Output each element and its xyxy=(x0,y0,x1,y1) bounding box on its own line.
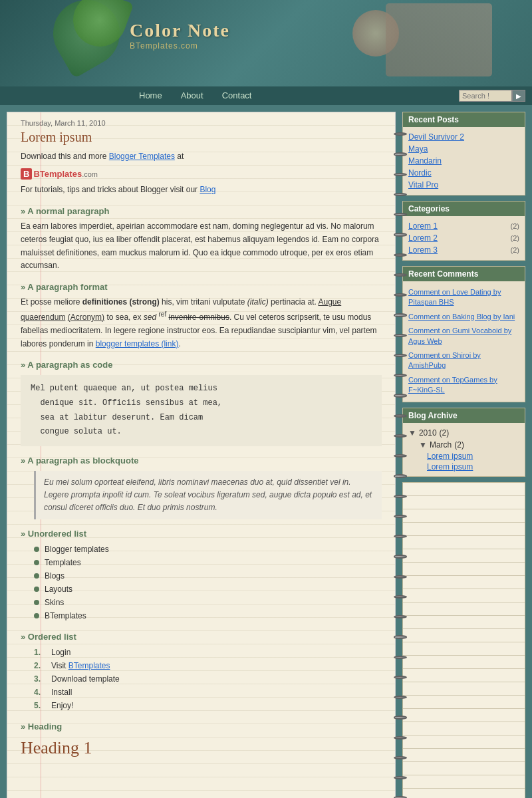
pf-text3: pertinacia at. xyxy=(269,297,319,307)
ring xyxy=(394,173,407,176)
archive-month[interactable]: ▼ March (2) xyxy=(408,439,519,451)
ring xyxy=(394,293,407,297)
ordered-heading: » Ordered list xyxy=(21,632,382,642)
ring xyxy=(394,354,407,357)
pf-sed: sed xyxy=(144,313,156,322)
ring xyxy=(394,756,407,759)
archive-year-label: 2010 xyxy=(419,428,437,438)
ring xyxy=(394,132,407,136)
main-content-notebook: Thursday, March 11, 2010 Lorem ipsum Dow… xyxy=(7,112,396,798)
ring xyxy=(394,696,407,699)
category-link[interactable]: Lorem 1 xyxy=(408,221,438,231)
right-sidebar: Recent Posts Devil Survivor 2 Maya Manda… xyxy=(402,112,525,798)
pf-strike: invenire-omnibus xyxy=(169,313,229,322)
chevron-down-icon: ▼ xyxy=(419,440,427,450)
blog-link[interactable]: Blog xyxy=(200,185,215,194)
site-title: Color Note xyxy=(130,20,230,41)
blockquote-text: Eu mei solum oporteat eleifend, libris n… xyxy=(34,471,382,520)
archive-post-link[interactable]: Lorem ipsum xyxy=(408,451,519,462)
comment-item[interactable]: Comment on Shiroi by AmishPubg xyxy=(408,348,519,373)
category-item: Lorem 3 (2) xyxy=(408,244,519,256)
ring xyxy=(394,374,407,377)
ring xyxy=(394,635,407,638)
nav-home[interactable]: Home xyxy=(130,86,172,105)
ring xyxy=(394,615,407,618)
nav-contact[interactable]: Contact xyxy=(213,86,261,105)
categories-widget: Categories Lorem 1 (2) Lorem 2 (2) Lorem… xyxy=(402,201,525,261)
post-intro: Download this and more Blogger Templates… xyxy=(21,150,382,163)
search-button[interactable]: ▶ xyxy=(512,90,525,102)
list-item: BTemplates xyxy=(34,609,382,622)
pf-italic: (italic) xyxy=(247,297,269,307)
ring xyxy=(394,313,407,317)
site-header: Color Note BTemplates.com xyxy=(0,0,532,86)
ring xyxy=(394,676,407,679)
recent-comments-widget: Recent Comments Comment on Love Dating b… xyxy=(402,266,525,402)
recent-post-item[interactable]: Maya xyxy=(408,143,519,155)
category-link[interactable]: Lorem 3 xyxy=(408,245,438,255)
nav-about[interactable]: About xyxy=(172,86,213,105)
normal-para-text: Ea earn labores imperdiet, apeirian acco… xyxy=(21,220,382,273)
recent-posts-widget: Recent Posts Devil Survivor 2 Maya Manda… xyxy=(402,112,525,196)
pf-acronym: (Acronym) xyxy=(68,313,104,322)
btemplates-com-text: .com xyxy=(82,170,98,178)
unordered-list: Blogger templates Templates Blogs Layout… xyxy=(34,543,382,622)
category-item: Lorem 1 (2) xyxy=(408,220,519,232)
comment-item[interactable]: Comment on Love Dating by Pitaspan BHS xyxy=(408,285,519,310)
para-format-body: Et posse meliore definitiones (strong) h… xyxy=(21,296,382,350)
blockquote-heading: » A paragraph as blockquote xyxy=(21,456,382,466)
pf-text7: . xyxy=(178,339,180,348)
recent-post-item[interactable]: Nordic xyxy=(408,167,519,179)
ring xyxy=(394,776,407,779)
pf-text1: Et posse meliore xyxy=(21,297,82,307)
pf-text2: his, vim tritani vulputate xyxy=(160,297,247,307)
pf-link[interactable]: blogger templates (link) xyxy=(96,339,179,348)
btemplates-b: B xyxy=(21,168,32,180)
archive-year[interactable]: ▼ 2010 (2) xyxy=(408,427,519,439)
heading-1: Heading 1 xyxy=(21,738,382,758)
ring xyxy=(394,495,407,498)
blog-archive-title: Blog Archive xyxy=(403,408,525,423)
ring xyxy=(394,656,407,659)
recent-post-item[interactable]: Vital Pro xyxy=(408,179,519,191)
ordered-item: Enjoy! xyxy=(34,699,382,712)
notebook-decoration-right xyxy=(386,3,492,76)
ring xyxy=(394,213,407,216)
ring xyxy=(394,394,407,397)
ring xyxy=(394,454,407,458)
comment-item[interactable]: Comment on Baking Blog by Iani xyxy=(408,310,519,324)
btemplates-text: BTemplates xyxy=(33,169,82,179)
recent-posts-content: Devil Survivor 2 Maya Mandarin Nordic Vi… xyxy=(403,127,525,195)
search-input[interactable] xyxy=(459,90,512,102)
category-count: (2) xyxy=(511,234,519,242)
archive-month-label: March xyxy=(430,440,452,450)
comment-item[interactable]: Comment on Gumi Vocaboid by Agus Web xyxy=(408,324,519,348)
at-text: at xyxy=(177,152,184,161)
for-tutorials-text: For tutorials, tips and tricks about Blo… xyxy=(21,185,200,194)
recent-post-item[interactable]: Mandarin xyxy=(408,155,519,167)
comment-item[interactable]: Comment on TopGames by F~KinG-SL xyxy=(408,373,519,398)
recent-comments-title: Recent Comments xyxy=(403,267,525,281)
chevron-down-icon: ▼ xyxy=(408,428,416,438)
list-item: Blogger templates xyxy=(34,543,382,556)
ordered-list: Login Visit BTemplates Download template… xyxy=(34,646,382,712)
list-item: Skins xyxy=(34,596,382,609)
site-subtitle: BTemplates.com xyxy=(130,41,198,51)
blogger-templates-link[interactable]: Blogger Templates xyxy=(109,152,175,161)
blog-archive-content: ▼ 2010 (2) ▼ March (2) Lorem ipsum Lorem… xyxy=(403,423,525,476)
post-title: Lorem ipsum xyxy=(21,130,382,145)
btemplates-ordered-link[interactable]: BTemplates xyxy=(68,661,110,670)
category-link[interactable]: Lorem 2 xyxy=(408,233,438,243)
para-format-heading: » A paragraph format xyxy=(21,282,382,292)
main-nav: Home About Contact ▶ xyxy=(0,86,532,105)
recent-post-item[interactable]: Devil Survivor 2 xyxy=(408,131,519,143)
btemplates-logo[interactable]: B BTemplates .com xyxy=(21,168,98,180)
archive-post-link[interactable]: Lorem ipsum xyxy=(408,462,519,472)
list-item: Layouts xyxy=(34,583,382,596)
notebook-content: Thursday, March 11, 2010 Lorem ipsum Dow… xyxy=(7,112,395,771)
code-heading: » A paragraph as code xyxy=(21,360,382,370)
archive-month-count: (2) xyxy=(454,440,464,450)
pf-text5: to sea, ex xyxy=(104,313,144,322)
ring xyxy=(394,253,407,257)
categories-content: Lorem 1 (2) Lorem 2 (2) Lorem 3 (2) xyxy=(403,216,525,260)
